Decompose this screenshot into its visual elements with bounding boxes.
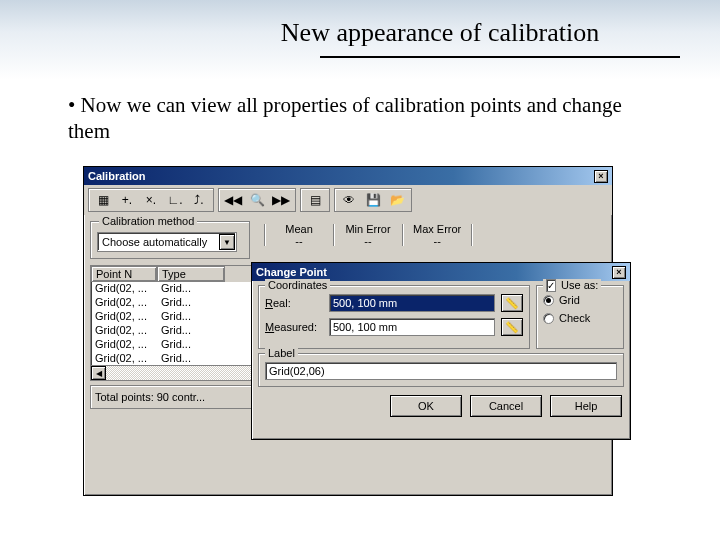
stat-max-label: Max Error bbox=[413, 223, 461, 235]
grid-radio-row[interactable]: Grid bbox=[543, 294, 617, 306]
calibration-toolbar: ▦ +. ×. ∟. ⤴. ◀◀ 🔍 ▶▶ ▤ 👁 💾 📂 bbox=[84, 185, 612, 215]
remove-point-icon[interactable]: ×. bbox=[140, 190, 162, 210]
measured-label: Measured: bbox=[265, 321, 323, 333]
save-icon[interactable]: 💾 bbox=[362, 190, 384, 210]
title-underline bbox=[320, 56, 680, 58]
toolbar-group-4: 👁 💾 📂 bbox=[334, 188, 412, 212]
col-point-n[interactable]: Point N bbox=[91, 266, 157, 282]
stats-row: Mean -- Min Error -- Max Error -- bbox=[256, 223, 608, 247]
check-radio-row[interactable]: Check bbox=[543, 312, 617, 324]
measured-ruler-icon[interactable]: 📏 bbox=[501, 318, 523, 336]
grid-radio-label: Grid bbox=[559, 294, 580, 306]
calibration-method-value: Choose automatically bbox=[102, 236, 207, 248]
label-legend: Label bbox=[265, 347, 298, 359]
nav-first-icon[interactable]: ◀◀ bbox=[222, 190, 244, 210]
nav-next-icon[interactable]: ▶▶ bbox=[270, 190, 292, 210]
calibration-method-frame: Calibration method Choose automatically … bbox=[90, 221, 250, 259]
scroll-left-icon[interactable]: ◀ bbox=[91, 366, 106, 380]
ref-point-icon[interactable]: ⤴. bbox=[188, 190, 210, 210]
status-text: Total points: 90 contr... bbox=[95, 391, 205, 403]
use-as-checkbox[interactable]: ✓ bbox=[546, 279, 556, 292]
calibration-method-dropdown[interactable]: Choose automatically ▼ bbox=[97, 232, 237, 252]
toolbar-group-2: ◀◀ 🔍 ▶▶ bbox=[218, 188, 296, 212]
stat-min-value: -- bbox=[344, 235, 392, 247]
change-point-dialog: Change Point × Coordinates Real: 500, 10… bbox=[251, 262, 631, 440]
calibration-title-text: Calibration bbox=[88, 170, 145, 182]
real-ruler-icon[interactable]: 📏 bbox=[501, 294, 523, 312]
stat-mean-value: -- bbox=[275, 235, 323, 247]
corner-point-icon[interactable]: ∟. bbox=[164, 190, 186, 210]
find-icon[interactable]: 👁 bbox=[338, 190, 360, 210]
check-radio[interactable] bbox=[543, 313, 554, 324]
use-as-frame: ✓ Use as: Grid Check bbox=[536, 285, 624, 349]
ok-button[interactable]: OK bbox=[390, 395, 462, 417]
toolbar-group-3: ▤ bbox=[300, 188, 330, 212]
use-as-legend: ✓ Use as: bbox=[543, 279, 601, 291]
stat-mean-label: Mean bbox=[275, 223, 323, 235]
grid-radio[interactable] bbox=[543, 295, 554, 306]
add-point-icon[interactable]: +. bbox=[116, 190, 138, 210]
change-point-title-text: Change Point bbox=[256, 266, 327, 278]
toolbar-group-1: ▦ +. ×. ∟. ⤴. bbox=[88, 188, 214, 212]
close-icon[interactable]: × bbox=[612, 266, 626, 279]
stat-min-label: Min Error bbox=[344, 223, 392, 235]
change-point-button-row: OK Cancel Help bbox=[252, 391, 630, 417]
real-label: Real: bbox=[265, 297, 323, 309]
cancel-button[interactable]: Cancel bbox=[470, 395, 542, 417]
chevron-down-icon[interactable]: ▼ bbox=[219, 234, 235, 250]
calibration-method-legend: Calibration method bbox=[99, 215, 197, 227]
coordinates-frame: Coordinates Real: 500, 100 mm 📏 Measured… bbox=[258, 285, 530, 349]
zoom-icon[interactable]: 🔍 bbox=[246, 190, 268, 210]
coordinates-legend: Coordinates bbox=[265, 279, 330, 291]
slide-title: New appearance of calibration bbox=[0, 18, 720, 48]
close-icon[interactable]: × bbox=[594, 170, 608, 183]
open-icon[interactable]: 📂 bbox=[386, 190, 408, 210]
col-type[interactable]: Type bbox=[157, 266, 225, 282]
stat-max-value: -- bbox=[413, 235, 461, 247]
measured-input[interactable]: 500, 100 mm bbox=[329, 318, 495, 336]
grid-new-icon[interactable]: ▦ bbox=[92, 190, 114, 210]
cp-help-button[interactable]: Help bbox=[550, 395, 622, 417]
label-input[interactable]: Grid(02,06) bbox=[265, 362, 617, 380]
real-input[interactable]: 500, 100 mm bbox=[329, 294, 495, 312]
grid-toggle-icon[interactable]: ▤ bbox=[304, 190, 326, 210]
calibration-titlebar[interactable]: Calibration × bbox=[84, 167, 612, 185]
check-radio-label: Check bbox=[559, 312, 590, 324]
slide-bullet: • Now we can view all properties of cali… bbox=[68, 92, 668, 145]
label-frame: Label Grid(02,06) bbox=[258, 353, 624, 387]
